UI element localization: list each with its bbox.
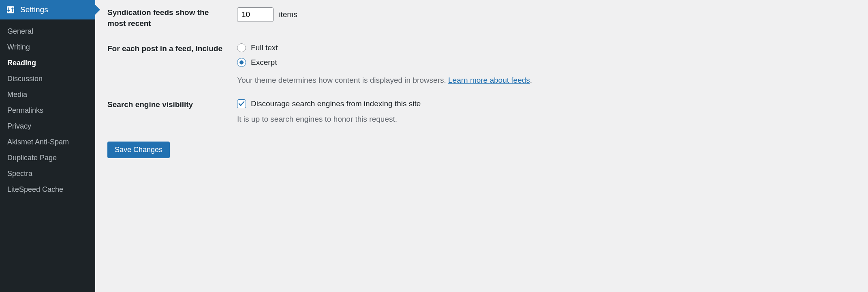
sidebar: Settings General Writing Reading Discuss…: [0, 0, 95, 292]
row-search-visibility: Search engine visibility Discourage sear…: [107, 92, 856, 131]
syndication-suffix: items: [279, 10, 297, 19]
sidebar-item-general[interactable]: General: [0, 24, 95, 39]
radio-icon: [237, 43, 246, 52]
control-feed-content: Full text Excerpt Your theme determines …: [237, 43, 856, 85]
sidebar-item-litespeed[interactable]: LiteSpeed Cache: [0, 182, 95, 198]
sidebar-item-writing[interactable]: Writing: [0, 39, 95, 55]
sidebar-item-akismet[interactable]: Akismet Anti-Spam: [0, 134, 95, 150]
label-syndication: Syndication feeds show the most recent: [107, 7, 237, 29]
checkbox-icon: [237, 99, 246, 108]
svg-rect-0: [7, 6, 14, 13]
save-button[interactable]: Save Changes: [107, 142, 170, 158]
sidebar-header-settings[interactable]: Settings: [0, 0, 95, 19]
svg-rect-2: [7, 10, 10, 11]
svg-rect-3: [12, 8, 13, 12]
sidebar-item-discussion[interactable]: Discussion: [0, 71, 95, 87]
sidebar-item-reading[interactable]: Reading: [0, 55, 95, 71]
control-search-visibility: Discourage search engines from indexing …: [237, 99, 856, 124]
sidebar-item-spectra[interactable]: Spectra: [0, 166, 95, 182]
row-feed-content: For each post in a feed, include Full te…: [107, 36, 856, 92]
svg-rect-1: [9, 8, 9, 12]
radio-full-text-label: Full text: [251, 43, 278, 52]
radio-excerpt-label: Excerpt: [251, 58, 277, 67]
label-feed-content: For each post in a feed, include: [107, 43, 237, 54]
sidebar-item-permalinks[interactable]: Permalinks: [0, 103, 95, 118]
radio-full-text[interactable]: Full text: [237, 43, 856, 52]
main-content: Syndication feeds show the most recent i…: [95, 0, 868, 292]
checkbox-label: Discourage search engines from indexing …: [251, 99, 421, 108]
search-visibility-description: It is up to search engines to honor this…: [237, 115, 856, 124]
syndication-input[interactable]: [237, 7, 274, 22]
control-syndication: items: [237, 7, 856, 22]
feed-radio-group: Full text Excerpt: [237, 43, 856, 67]
radio-icon: [237, 58, 246, 67]
sliders-icon: [6, 5, 15, 15]
label-search-visibility: Search engine visibility: [107, 99, 237, 110]
settings-form: Syndication feeds show the most recent i…: [107, 0, 856, 131]
svg-rect-4: [11, 9, 14, 9]
radio-excerpt[interactable]: Excerpt: [237, 58, 856, 67]
sidebar-header-label: Settings: [20, 5, 48, 14]
checkbox-discourage[interactable]: Discourage search engines from indexing …: [237, 99, 856, 108]
sidebar-submenu: General Writing Reading Discussion Media…: [0, 19, 95, 202]
learn-more-link[interactable]: Learn more about feeds: [448, 76, 530, 84]
sidebar-item-media[interactable]: Media: [0, 87, 95, 103]
row-syndication: Syndication feeds show the most recent i…: [107, 0, 856, 36]
feed-description: Your theme determines how content is dis…: [237, 76, 856, 85]
sidebar-item-privacy[interactable]: Privacy: [0, 118, 95, 134]
sidebar-item-duplicate-page[interactable]: Duplicate Page: [0, 150, 95, 166]
